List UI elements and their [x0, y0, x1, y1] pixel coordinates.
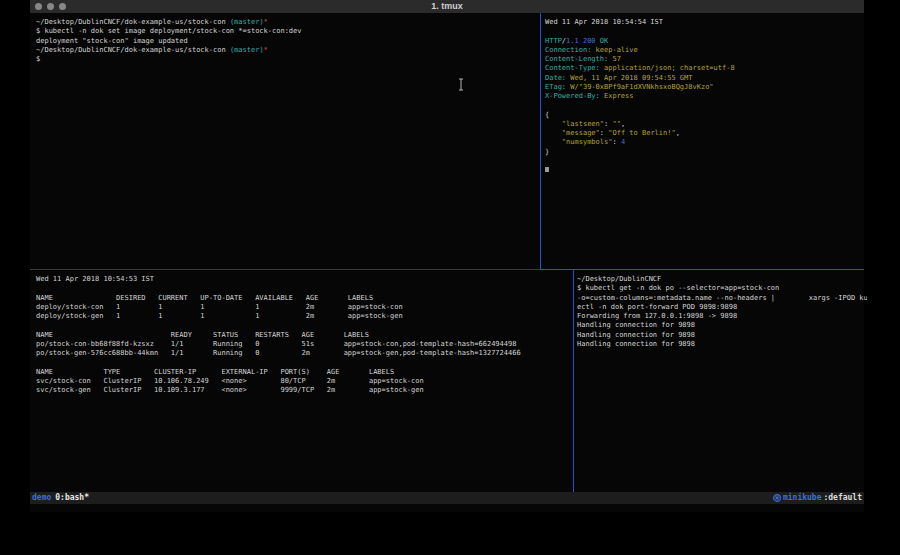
- terminal-line: deploy/stock-con 1 1 1 1 2m app=stock-co…: [36, 303, 579, 312]
- terminal-line: ~/Desktop/DublinCNCF/dok-example-us/stoc…: [36, 18, 546, 27]
- terminal-line: NAME DESIRED CURRENT UP-TO-DATE AVAILABL…: [36, 294, 579, 303]
- pane-http-response[interactable]: Wed 11 Apr 2018 10:54:54 IST HTTP/1.1 20…: [541, 13, 868, 274]
- terminal-line: Wed 11 Apr 2018 10:54:54 IST: [545, 18, 868, 27]
- terminal-line: [545, 27, 868, 36]
- minimize-button[interactable]: [47, 3, 54, 10]
- terminal-line: [36, 321, 579, 330]
- screenshot-root: 1. tmux ~/Desktop/DublinCNCF/dok-example…: [0, 0, 900, 555]
- terminal-line: $ kubectl get -n dok po --selector=app=s…: [577, 284, 867, 293]
- terminal-line: $ kubectl -n dok set image deployment/st…: [36, 27, 546, 36]
- terminal-line: -o=custom-columns=:metadata.name --no-he…: [577, 294, 867, 303]
- terminal-line: "numsymbols": 4: [545, 138, 868, 147]
- terminal-line: Wed 11 Apr 2018 10:54:53 IST: [36, 275, 579, 284]
- terminal-line: HTTP/1.1 200 OK: [545, 37, 868, 46]
- terminal-line: [545, 101, 868, 110]
- status-right: minikube:default: [773, 492, 862, 504]
- terminal-line: }: [545, 148, 868, 157]
- kubernetes-helm-icon: [773, 494, 781, 502]
- tmux-status-bar: demo0:bash* minikube:default: [30, 492, 864, 504]
- terminal-line: NAME READY STATUS RESTARTS AGE LABELS: [36, 331, 579, 340]
- terminal-line: NAME TYPE CLUSTER-IP EXTERNAL-IP PORT(S)…: [36, 368, 579, 377]
- terminal-line: ectl -n dok port-forward POD 9898:9898: [577, 303, 867, 312]
- window-tab-bash[interactable]: 0:bash*: [55, 493, 89, 502]
- terminal-line: "message": "Off to Berlin!",: [545, 129, 868, 138]
- terminal-line: Content-Type: application/json; charset=…: [545, 64, 868, 73]
- terminal-cursor: [545, 167, 549, 172]
- terminal-line: Handling connection for 9898: [577, 321, 867, 330]
- close-button[interactable]: [35, 3, 42, 10]
- terminal-line: svc/stock-gen ClusterIP 10.109.3.177 <no…: [36, 386, 579, 395]
- terminal-line: ~/Desktop/DublinCNCF/dok-example-us/stoc…: [36, 46, 546, 55]
- terminal-line: deployment "stock-con" image updated: [36, 37, 546, 46]
- terminal-line: po/stock-gen-576cc688bb-44kmn 1/1 Runnin…: [36, 349, 579, 358]
- zoom-button[interactable]: [59, 3, 66, 10]
- pane-shell-set-image[interactable]: ~/Desktop/DublinCNCF/dok-example-us/stoc…: [30, 13, 546, 274]
- terminal-line: {: [545, 111, 868, 120]
- terminal-line: svc/stock-con ClusterIP 10.106.78.249 <n…: [36, 377, 579, 386]
- terminal-line: Content-Length: 57: [545, 55, 868, 64]
- pane-kubectl-resources[interactable]: Wed 11 Apr 2018 10:54:53 IST NAME DESIRE…: [30, 270, 579, 497]
- terminal-line: Forwarding from 127.0.0.1:9898 -> 9898: [577, 312, 867, 321]
- mouse-ibeam-cursor: [458, 76, 464, 89]
- terminal-line: $: [36, 55, 546, 64]
- terminal-line: Handling connection for 9898: [577, 340, 867, 349]
- kube-context: minikube: [783, 492, 822, 504]
- window-title: 1. tmux: [30, 1, 864, 11]
- pane-port-forward[interactable]: ~/Desktop/DublinCNCF$ kubectl get -n dok…: [574, 270, 867, 497]
- session-name: demo: [32, 493, 51, 502]
- terminal-line: deploy/stock-gen 1 1 1 1 2m app=stock-ge…: [36, 312, 579, 321]
- terminal-line: [36, 358, 579, 367]
- terminal-line: po/stock-con-bb68f88fd-kzsxz 1/1 Running…: [36, 340, 579, 349]
- terminal-line: X-Powered-By: Express: [545, 92, 868, 101]
- terminal-line: "lastseen": "",: [545, 120, 868, 129]
- terminal-line: [545, 166, 868, 175]
- terminal-line: ~/Desktop/DublinCNCF: [577, 275, 867, 284]
- traffic-lights: [35, 3, 66, 10]
- terminal-line: [36, 284, 579, 293]
- terminal-line: [545, 157, 868, 166]
- window-titlebar[interactable]: 1. tmux: [30, 0, 864, 13]
- terminal-line: ETag: W/"39-0xBPf9aF1dXVNkhsxoBQgJ8vKzo": [545, 83, 868, 92]
- terminal-line: Handling connection for 9898: [577, 331, 867, 340]
- kube-namespace: :default: [823, 492, 862, 504]
- terminal-line: Connection: keep-alive: [545, 46, 868, 55]
- terminal-line: Date: Wed, 11 Apr 2018 09:54:55 GMT: [545, 74, 868, 83]
- terminal-window: 1. tmux ~/Desktop/DublinCNCF/dok-example…: [30, 0, 864, 512]
